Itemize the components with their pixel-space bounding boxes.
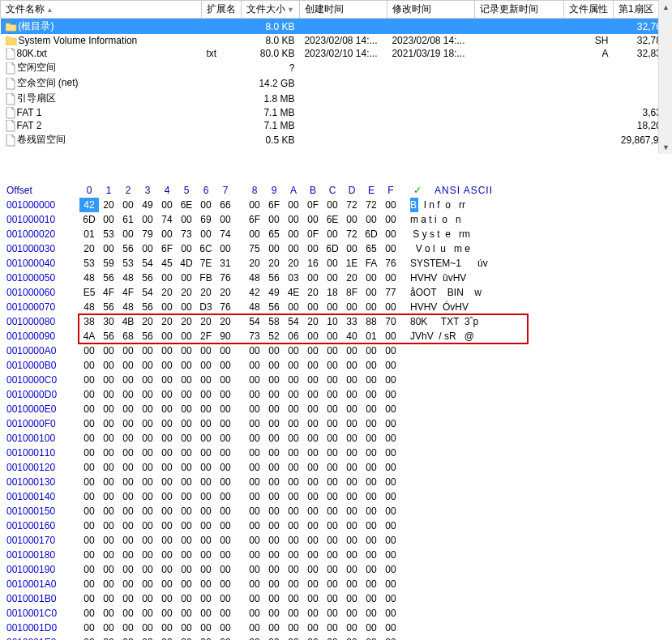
hex-byte[interactable]: 00: [245, 635, 264, 640]
hex-byte[interactable]: 00: [177, 518, 196, 533]
hex-byte[interactable]: 00: [79, 533, 99, 548]
hex-byte[interactable]: 00: [138, 504, 157, 518]
hex-byte[interactable]: 00: [264, 358, 284, 373]
hex-row[interactable]: 0010001200000000000000000000000000000000…: [6, 460, 666, 475]
hex-byte[interactable]: 00: [118, 562, 138, 577]
hex-byte[interactable]: 00: [177, 460, 196, 475]
hex-byte[interactable]: 00: [381, 271, 400, 285]
hex-byte[interactable]: 00: [196, 475, 216, 489]
hex-byte[interactable]: 00: [177, 621, 196, 635]
hex-byte[interactable]: 00: [323, 343, 342, 358]
hex-byte[interactable]: 00: [157, 504, 177, 518]
hex-byte[interactable]: 00: [177, 446, 196, 460]
hex-byte[interactable]: 00: [323, 460, 342, 475]
hex-byte[interactable]: 00: [264, 446, 284, 460]
hex-byte[interactable]: 00: [381, 446, 400, 460]
hex-byte[interactable]: 00: [157, 591, 177, 606]
hex-row[interactable]: 0010000F00000000000000000000000000000000…: [6, 416, 666, 431]
hex-byte[interactable]: 00: [342, 373, 362, 387]
hex-byte[interactable]: 00: [342, 518, 362, 533]
hex-byte[interactable]: 00: [79, 416, 99, 431]
hex-byte[interactable]: 4A: [79, 329, 99, 343]
hex-byte[interactable]: 20: [284, 256, 303, 271]
hex-byte[interactable]: 00: [323, 271, 342, 285]
hex-byte[interactable]: 00: [99, 621, 118, 635]
hex-byte[interactable]: 00: [284, 198, 303, 212]
hex-row[interactable]: 00100002001530079007300740065000F00726D0…: [6, 227, 666, 241]
hex-byte[interactable]: 00: [177, 591, 196, 606]
hex-byte[interactable]: 00: [245, 504, 264, 518]
hex-row[interactable]: 0010001B00000000000000000000000000000000…: [6, 591, 666, 606]
hex-byte[interactable]: 00: [138, 475, 157, 489]
hex-byte[interactable]: 00: [245, 533, 264, 548]
hex-byte[interactable]: 00: [284, 446, 303, 460]
hex-byte[interactable]: 00: [177, 548, 196, 562]
hex-byte[interactable]: 00: [342, 241, 362, 256]
hex-byte[interactable]: 00: [245, 518, 264, 533]
hex-byte[interactable]: 8F: [342, 285, 362, 300]
hex-byte[interactable]: 4F: [118, 285, 138, 300]
hex-byte[interactable]: 00: [138, 518, 157, 533]
hex-byte[interactable]: 49: [264, 285, 284, 300]
hex-byte[interactable]: 00: [323, 387, 342, 402]
hex-byte[interactable]: 00: [196, 635, 216, 640]
hex-byte[interactable]: 00: [177, 606, 196, 621]
col-accessed[interactable]: 记录更新时间: [474, 1, 563, 19]
hex-byte[interactable]: 00: [362, 343, 381, 358]
hex-byte[interactable]: 7E: [196, 256, 216, 271]
hex-byte[interactable]: 00: [196, 431, 216, 446]
hex-byte[interactable]: 00: [79, 591, 99, 606]
hex-byte[interactable]: 74: [216, 227, 235, 241]
hex-row[interactable]: 0010001800000000000000000000000000000000…: [6, 548, 666, 562]
hex-byte[interactable]: D3: [196, 300, 216, 314]
hex-byte[interactable]: 00: [196, 387, 216, 402]
hex-byte[interactable]: 00: [99, 475, 118, 489]
hex-byte[interactable]: 00: [303, 416, 323, 431]
hex-byte[interactable]: 20: [245, 256, 264, 271]
hex-byte[interactable]: 00: [381, 548, 400, 562]
hex-byte[interactable]: 00: [303, 212, 323, 227]
hex-byte[interactable]: 00: [118, 431, 138, 446]
hex-byte[interactable]: 00: [342, 402, 362, 416]
hex-byte[interactable]: 00: [245, 373, 264, 387]
hex-byte[interactable]: 00: [245, 416, 264, 431]
hex-byte[interactable]: 00: [79, 475, 99, 489]
hex-byte[interactable]: 00: [157, 533, 177, 548]
hex-byte[interactable]: 00: [323, 489, 342, 504]
hex-byte[interactable]: 00: [284, 577, 303, 591]
hex-byte[interactable]: 56: [264, 271, 284, 285]
hex-byte[interactable]: 00: [79, 373, 99, 387]
hex-byte[interactable]: 00: [342, 606, 362, 621]
hex-byte[interactable]: 76: [216, 300, 235, 314]
hex-byte[interactable]: 00: [245, 198, 264, 212]
hex-byte[interactable]: 00: [264, 577, 284, 591]
hex-row[interactable]: 00100004053595354454D7E3120202016001EFA7…: [6, 256, 666, 271]
hex-byte[interactable]: 00: [177, 329, 196, 343]
hex-byte[interactable]: 00: [264, 387, 284, 402]
hex-byte[interactable]: 6D: [79, 212, 99, 227]
hex-byte[interactable]: 73: [177, 227, 196, 241]
hex-byte[interactable]: 00: [177, 271, 196, 285]
hex-byte[interactable]: 00: [118, 446, 138, 460]
hex-byte[interactable]: 00: [342, 621, 362, 635]
hex-byte[interactable]: 45: [157, 256, 177, 271]
hex-byte[interactable]: 00: [177, 475, 196, 489]
hex-byte[interactable]: 00: [303, 329, 323, 343]
hex-byte[interactable]: 00: [323, 416, 342, 431]
hex-byte[interactable]: 00: [177, 212, 196, 227]
hex-byte[interactable]: 00: [138, 416, 157, 431]
hex-byte[interactable]: 00: [284, 548, 303, 562]
hex-byte[interactable]: 00: [303, 621, 323, 635]
hex-byte[interactable]: 00: [381, 635, 400, 640]
hex-byte[interactable]: 00: [196, 227, 216, 241]
hex-byte[interactable]: 00: [196, 562, 216, 577]
hex-byte[interactable]: 00: [245, 621, 264, 635]
hex-byte[interactable]: 00: [303, 300, 323, 314]
hex-byte[interactable]: 75: [245, 241, 264, 256]
hex-byte[interactable]: 00: [99, 358, 118, 373]
hex-byte[interactable]: 53: [79, 256, 99, 271]
hex-byte[interactable]: 00: [342, 431, 362, 446]
hex-byte[interactable]: 20: [196, 285, 216, 300]
hex-byte[interactable]: 00: [216, 387, 235, 402]
hex-byte[interactable]: 00: [177, 489, 196, 504]
